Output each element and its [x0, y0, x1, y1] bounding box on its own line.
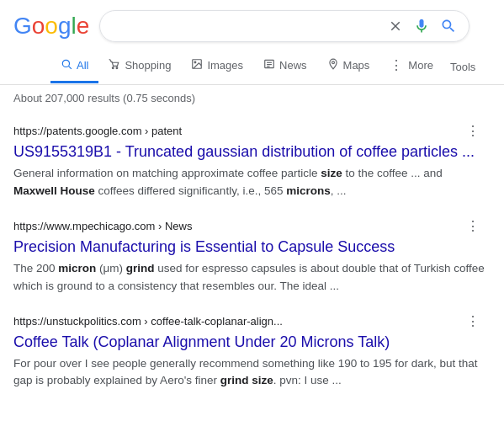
svg-point-3: [116, 67, 118, 69]
tab-all[interactable]: All: [50, 50, 98, 83]
result-url-row: https://patents.google.com › patent ⋮: [13, 121, 485, 141]
voice-search-button[interactable]: [411, 16, 432, 36]
result-item: https://www.mpechicago.com › News ⋮ Prec…: [13, 203, 485, 298]
tab-images-label: Images: [207, 59, 243, 72]
result-url: https://patents.google.com › patent: [13, 125, 182, 137]
results-count: About 207,000 results (0.75 seconds): [13, 92, 195, 104]
svg-point-0: [62, 60, 69, 67]
result-site: https://unstuckpolitics.com: [13, 315, 141, 328]
tab-shopping-label: Shopping: [125, 59, 171, 72]
result-title-link[interactable]: US9155319B1 - Truncated gaussian distrib…: [13, 142, 485, 162]
close-icon: [388, 19, 403, 34]
all-icon: [61, 58, 72, 72]
result-title-link[interactable]: Precision Manufacturing is Essential to …: [13, 237, 485, 257]
tab-images[interactable]: Images: [181, 50, 253, 83]
result-title-link[interactable]: Coffee Talk (Coplanar Alignment Under 20…: [13, 333, 485, 352]
shopping-icon: [109, 58, 120, 72]
result-url: https://unstuckpolitics.com › coffee-tal…: [13, 315, 283, 328]
svg-point-5: [194, 61, 196, 63]
result-breadcrumb: › coffee-talk-coplanar-align...: [141, 315, 283, 328]
results-container: https://patents.google.com › patent ⋮ US…: [0, 108, 504, 393]
result-url: https://www.mpechicago.com › News: [13, 220, 192, 232]
logo-g2: g: [58, 13, 72, 40]
result-item: https://patents.google.com › patent ⋮ US…: [13, 108, 485, 203]
tab-more-label: More: [408, 59, 433, 72]
logo-g: G: [13, 13, 32, 40]
svg-point-10: [332, 61, 334, 64]
logo-o2: o: [45, 13, 58, 40]
header: Google "maxwell house" grind size micron…: [0, 0, 504, 49]
tab-shopping[interactable]: Shopping: [98, 50, 181, 83]
search-icon: [440, 18, 457, 35]
result-more-button[interactable]: ⋮: [461, 216, 485, 236]
tab-maps[interactable]: Maps: [317, 50, 380, 83]
result-site: https://patents.google.com: [13, 125, 141, 137]
tab-more[interactable]: ⋮ More: [379, 49, 443, 84]
result-site: https://www.mpechicago.com: [13, 220, 155, 232]
result-breadcrumb: › News: [155, 220, 192, 232]
search-button[interactable]: [438, 16, 459, 36]
tab-news[interactable]: News: [253, 50, 317, 83]
clear-button[interactable]: [386, 17, 405, 35]
result-more-button[interactable]: ⋮: [461, 312, 485, 331]
google-logo: Google: [13, 13, 89, 40]
result-snippet: General information on matching approxim…: [13, 165, 485, 200]
nav-tabs: All Shopping Images News Maps ⋮ More Too…: [0, 49, 504, 85]
news-icon: [263, 58, 275, 72]
images-icon: [191, 58, 203, 72]
result-snippet: For pour over I see people generally rec…: [13, 355, 485, 390]
tools-button[interactable]: Tools: [443, 52, 482, 82]
result-breadcrumb: › patent: [141, 125, 182, 137]
maps-icon: [327, 58, 339, 72]
tab-news-label: News: [279, 59, 307, 72]
tab-maps-label: Maps: [343, 59, 370, 72]
search-input[interactable]: "maxwell house" grind size microns: [110, 19, 386, 34]
svg-line-1: [69, 67, 72, 69]
result-url-row: https://www.mpechicago.com › News ⋮: [13, 216, 485, 236]
microphone-icon: [413, 18, 430, 35]
result-item: https://unstuckpolitics.com › coffee-tal…: [13, 298, 485, 393]
result-url-row: https://unstuckpolitics.com › coffee-tal…: [13, 312, 485, 331]
logo-o1: o: [32, 13, 45, 40]
search-bar[interactable]: "maxwell house" grind size microns: [99, 10, 470, 42]
logo-e: e: [77, 13, 90, 40]
tab-all-label: All: [77, 59, 88, 72]
svg-point-2: [113, 67, 114, 69]
search-icons: [386, 16, 459, 36]
results-info: About 207,000 results (0.75 seconds): [0, 85, 504, 108]
result-more-button[interactable]: ⋮: [461, 121, 485, 141]
result-snippet: The 200 micron (μm) grind used for espre…: [13, 260, 485, 295]
more-dots-icon: ⋮: [390, 57, 404, 73]
